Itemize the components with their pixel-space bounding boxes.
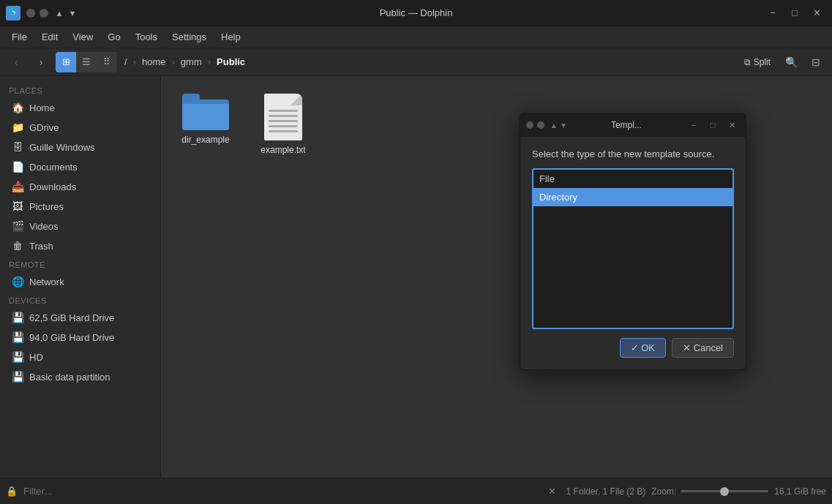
dialog-dots bbox=[526, 121, 544, 129]
sidebar-item-downloads[interactable]: 📥 Downloads bbox=[3, 177, 157, 196]
basic-icon: 💾 bbox=[12, 371, 23, 383]
hd3-icon: 💾 bbox=[12, 351, 23, 363]
dot-1 bbox=[26, 9, 35, 18]
breadcrumb-gmm[interactable]: gmm bbox=[178, 55, 205, 69]
sidebar-downloads-label: Downloads bbox=[29, 181, 76, 192]
lock-icon: 🔒 bbox=[6, 486, 18, 497]
minimize-button[interactable]: − bbox=[763, 4, 782, 23]
menu-file[interactable]: File bbox=[6, 29, 33, 45]
dialog-arrows: ▲ ▼ bbox=[550, 121, 567, 129]
filter-area bbox=[23, 486, 539, 497]
dialog-ok-button[interactable]: ✓ OK bbox=[620, 338, 666, 358]
panel-toggle-button[interactable]: ⊟ bbox=[806, 52, 826, 72]
sidebar-hd2-label: 94,0 GiB Hard Drive bbox=[29, 332, 114, 343]
sidebar-pictures-label: Pictures bbox=[29, 201, 64, 212]
view-compact-button[interactable]: ⠿ bbox=[97, 52, 117, 72]
menu-bar: File Edit View Go Tools Settings Help bbox=[0, 26, 832, 48]
view-grid-button[interactable]: ⊞ bbox=[56, 52, 76, 72]
dialog-buttons: ✓ OK ✕ Cancel bbox=[532, 338, 734, 358]
status-info: 1 Folder, 1 File (2 B) bbox=[566, 486, 646, 497]
app-icon: 🐬 bbox=[6, 6, 20, 20]
sidebar-item-videos[interactable]: 🎬 Videos bbox=[3, 217, 157, 236]
downloads-icon: 📥 bbox=[12, 181, 23, 192]
sidebar-item-gdrive[interactable]: 📁 GDrive bbox=[3, 118, 157, 137]
hd2-icon: 💾 bbox=[12, 331, 23, 343]
menu-settings[interactable]: Settings bbox=[166, 29, 212, 45]
dialog-option-file[interactable]: File bbox=[533, 170, 732, 188]
videos-icon: 🎬 bbox=[12, 220, 23, 232]
trash-icon: 🗑 bbox=[12, 240, 23, 252]
title-bar-arrows: ▲ ▼ bbox=[54, 8, 78, 18]
dialog-title: Templ... bbox=[567, 120, 686, 130]
sidebar-gdrive-label: GDrive bbox=[29, 122, 59, 133]
breadcrumb-current[interactable]: Public bbox=[214, 55, 248, 69]
search-button[interactable]: 🔍 bbox=[781, 52, 801, 72]
sidebar-item-home[interactable]: 🏠 Home bbox=[3, 98, 157, 117]
sidebar-item-hd3[interactable]: 💾 HD bbox=[3, 347, 157, 366]
dialog-option-directory[interactable]: Directory bbox=[533, 188, 732, 206]
hd1-icon: 💾 bbox=[12, 312, 23, 323]
modal-overlay: ▲ ▼ Templ... − □ ✕ Select the type of th… bbox=[161, 76, 832, 478]
main-layout: Places 🏠 Home 📁 GDrive 🗄 Guille Windows … bbox=[0, 76, 832, 478]
view-toggle-group: ⊞ ☰ ⠿ bbox=[56, 52, 117, 72]
back-button[interactable]: ‹ bbox=[6, 52, 26, 72]
dot-2 bbox=[40, 9, 48, 18]
sidebar-item-pictures[interactable]: 🖼 Pictures bbox=[3, 197, 157, 216]
close-filter-button[interactable]: ✕ bbox=[544, 484, 561, 500]
dialog-maximize-button[interactable]: □ bbox=[705, 117, 721, 133]
sidebar-documents-label: Documents bbox=[29, 162, 78, 173]
sidebar-item-network[interactable]: 🌐 Network bbox=[3, 272, 157, 291]
guille-windows-icon: 🗄 bbox=[12, 141, 23, 153]
sidebar-item-hd2[interactable]: 💾 94,0 GiB Hard Drive bbox=[3, 328, 157, 347]
dialog-close-button[interactable]: ✕ bbox=[724, 117, 740, 133]
zoom-area: Zoom: bbox=[651, 486, 768, 497]
arrow-up: ▲ bbox=[54, 8, 64, 18]
status-bar: 🔒 ✕ 1 Folder, 1 File (2 B) Zoom: 16,1 Gi… bbox=[0, 478, 832, 504]
pictures-icon: 🖼 bbox=[12, 200, 23, 212]
documents-icon: 📄 bbox=[12, 161, 23, 173]
filter-input[interactable] bbox=[23, 486, 539, 497]
breadcrumb-root[interactable]: / bbox=[121, 55, 130, 69]
sidebar-item-trash[interactable]: 🗑 Trash bbox=[3, 236, 157, 255]
menu-help[interactable]: Help bbox=[215, 29, 247, 45]
section-devices-label: Devices bbox=[0, 292, 160, 307]
sidebar-network-label: Network bbox=[29, 277, 64, 287]
zoom-slider[interactable] bbox=[681, 490, 768, 492]
arrow-down: ▼ bbox=[67, 8, 78, 18]
zoom-label: Zoom: bbox=[651, 486, 676, 497]
window-controls: − □ ✕ bbox=[763, 4, 826, 23]
sidebar-item-basic[interactable]: 💾 Basic data partition bbox=[3, 367, 157, 386]
dialog-cancel-button[interactable]: ✕ Cancel bbox=[672, 338, 734, 358]
split-button[interactable]: ⧉ Split bbox=[738, 55, 776, 69]
sidebar-trash-label: Trash bbox=[29, 241, 53, 252]
title-bar-left: 🐬 ▲ ▼ bbox=[6, 6, 78, 20]
sidebar-item-guille-windows[interactable]: 🗄 Guille Windows bbox=[3, 138, 157, 157]
menu-tools[interactable]: Tools bbox=[130, 29, 163, 45]
dialog-list[interactable]: File Directory bbox=[532, 168, 734, 329]
free-space: 16,1 GiB free bbox=[774, 486, 826, 497]
dialog-window: ▲ ▼ Templ... − □ ✕ Select the type of th… bbox=[520, 113, 746, 370]
menu-go[interactable]: Go bbox=[102, 29, 126, 45]
close-button[interactable]: ✕ bbox=[807, 4, 826, 23]
sidebar-item-hd1[interactable]: 💾 62,5 GiB Hard Drive bbox=[3, 308, 157, 327]
menu-view[interactable]: View bbox=[67, 29, 99, 45]
breadcrumb-home[interactable]: home bbox=[139, 55, 169, 69]
dialog-body: Select the type of the new template sour… bbox=[520, 137, 746, 369]
file-area: dir_example example.txt bbox=[161, 76, 832, 478]
maximize-button[interactable]: □ bbox=[785, 4, 804, 23]
sidebar-item-documents[interactable]: 📄 Documents bbox=[3, 157, 157, 176]
sidebar: Places 🏠 Home 📁 GDrive 🗄 Guille Windows … bbox=[0, 76, 161, 478]
dialog-minimize-button[interactable]: − bbox=[686, 117, 702, 133]
title-bar-dots bbox=[26, 9, 48, 18]
window-title: Public — Dolphin bbox=[380, 7, 453, 18]
section-places-label: Places bbox=[0, 82, 160, 97]
gdrive-icon: 📁 bbox=[12, 121, 23, 133]
dialog-win-controls: − □ ✕ bbox=[686, 117, 740, 133]
sidebar-basic-label: Basic data partition bbox=[29, 372, 110, 383]
menu-edit[interactable]: Edit bbox=[36, 29, 64, 45]
dialog-message: Select the type of the new template sour… bbox=[532, 148, 734, 159]
toolbar: ‹ › ⊞ ☰ ⠿ / › home › gmm › Public ⧉ Spli… bbox=[0, 48, 832, 76]
forward-button[interactable]: › bbox=[31, 52, 51, 72]
sidebar-hd3-label: HD bbox=[29, 352, 43, 363]
view-list-button[interactable]: ☰ bbox=[76, 52, 97, 72]
